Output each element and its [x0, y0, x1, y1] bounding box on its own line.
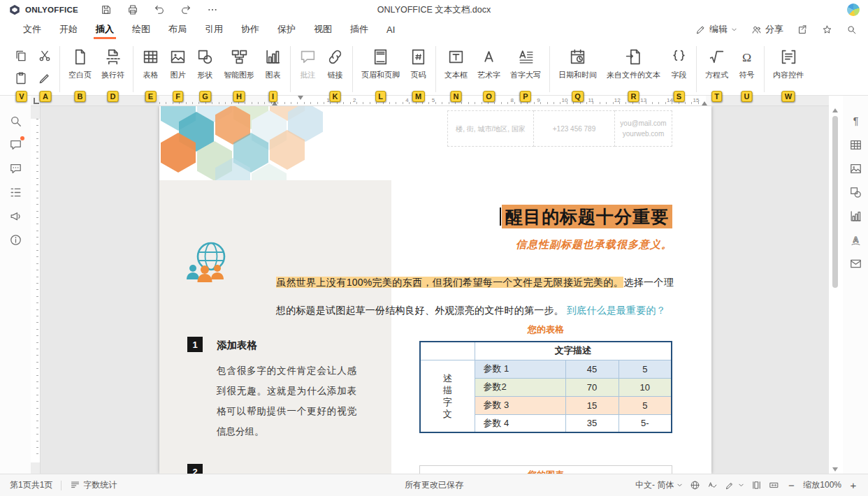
vertical-scrollbar[interactable] [830, 106, 840, 474]
section-body[interactable]: 包含很多字的文件肯定会让人感到很无趣。这就是为什么添加表格可以帮助提供一个更好的… [217, 360, 356, 442]
edit-mode-button[interactable]: 编辑 [695, 23, 737, 36]
tab-引用[interactable]: 引用 [204, 20, 224, 39]
table-vertical-header[interactable]: 述描字文 [420, 360, 475, 432]
copy-button[interactable] [14, 49, 28, 63]
table-cell[interactable]: 参数2 [475, 378, 565, 396]
content-control-button[interactable]: 内容控件W [768, 39, 809, 80]
section-number[interactable]: 1 [187, 337, 203, 352]
fit-page-icon[interactable] [751, 480, 762, 490]
contact-phone[interactable]: +123 456 789 [553, 124, 595, 134]
zoom-out-button[interactable]: − [786, 479, 796, 491]
dropcap-button[interactable]: 首字大写P [505, 39, 546, 80]
field-button[interactable]: 字段S [665, 39, 693, 80]
contact-website[interactable]: yourweb.com [623, 129, 664, 139]
tab-插件[interactable]: 插件 [349, 20, 369, 39]
feedback-button[interactable] [7, 207, 24, 225]
chat-button[interactable] [7, 160, 24, 177]
highlighted-sentence[interactable]: 虽然世界上没有100%完美的东西，但我们希望每一个文件是无限接近完美的。 [276, 277, 623, 288]
textart-settings-button[interactable]: A [847, 231, 865, 249]
table-cell[interactable]: 5- [619, 414, 672, 432]
fit-width-icon[interactable] [769, 480, 779, 490]
table-corner-cell[interactable] [420, 342, 475, 360]
scroll-up-arrow[interactable] [832, 108, 838, 112]
tab-保护[interactable]: 保护 [277, 20, 296, 39]
table-header-cell[interactable]: 文字描述 [475, 342, 672, 360]
page-break-button[interactable]: 换行符D [96, 39, 129, 80]
text-from-file-button[interactable]: 来自文件的文本R [602, 39, 665, 80]
about-button[interactable] [7, 231, 24, 249]
equation-button[interactable]: 方程式T [700, 39, 733, 80]
contact-email[interactable]: you@mail.com [620, 118, 666, 129]
scroll-down-arrow[interactable] [832, 467, 838, 472]
document-page[interactable]: 楼, 街, 城市/地区, 国家 +123 456 789 you@mail.co… [159, 106, 711, 474]
copystyle-button[interactable] [38, 71, 52, 85]
spellcheck-icon[interactable] [707, 480, 718, 490]
table-cell[interactable]: 5 [619, 360, 672, 378]
comments-button[interactable] [7, 136, 24, 154]
table-cell[interactable]: 参数 1 [475, 360, 565, 378]
undo-icon[interactable] [154, 4, 165, 15]
document-language-icon[interactable] [690, 480, 700, 490]
chart-settings-button[interactable] [847, 207, 865, 225]
tab-绘图[interactable]: 绘图 [131, 20, 151, 39]
paragraph-settings-button[interactable]: ¶ [847, 112, 865, 130]
user-avatar[interactable] [847, 3, 860, 16]
contact-info-block[interactable]: 楼, 街, 城市/地区, 国家 +123 456 789 you@mail.co… [447, 110, 672, 147]
zoom-level[interactable]: 缩放100% [803, 479, 841, 491]
tab-视图[interactable]: 视图 [313, 20, 333, 39]
tab-协作[interactable]: 协作 [240, 20, 260, 39]
paste-button[interactable] [14, 71, 28, 85]
textbox-button[interactable]: 文本框N [440, 39, 472, 80]
more-actions-icon[interactable] [207, 4, 218, 15]
table-cell[interactable]: 参数 4 [475, 414, 565, 432]
page-number-button[interactable]: 页码M [405, 39, 432, 80]
right-indent-marker[interactable] [702, 101, 707, 105]
document-table[interactable]: 文字描述述描字文参数 1455参数27010参数 3155参数 4355- [419, 341, 672, 433]
tab-布局[interactable]: 布局 [168, 20, 187, 39]
language-selector[interactable]: 中文- 简体 [635, 479, 683, 491]
tab-开始[interactable]: 开始 [59, 20, 78, 39]
next-section-box[interactable]: 您的图表 [419, 465, 672, 474]
blank-page-button[interactable]: 空白页B [64, 39, 96, 80]
header-footer-button[interactable]: 页眉和页脚L [356, 39, 405, 80]
contact-cell[interactable]: you@mail.com yourweb.com [615, 110, 672, 147]
table-title[interactable]: 您的表格 [419, 323, 672, 336]
section-number[interactable]: 2 [187, 464, 203, 474]
scrollbar-thumb[interactable] [832, 116, 838, 288]
redo-icon[interactable] [180, 4, 191, 15]
tab-文件[interactable]: 文件 [22, 20, 42, 39]
comment-button[interactable]: 批注 [294, 39, 321, 80]
section-title[interactable]: 添加表格 [217, 339, 257, 352]
table-cell[interactable]: 参数 3 [475, 396, 565, 414]
smartart-button[interactable]: 智能图形H [219, 39, 259, 80]
search-icon[interactable] [846, 24, 857, 35]
share-button[interactable]: 分享 [751, 23, 783, 36]
table-cell[interactable]: 15 [565, 396, 619, 414]
first-line-indent-marker[interactable] [298, 96, 303, 100]
search-button[interactable] [7, 112, 24, 130]
document-heading-block[interactable]: 醒目的标题十分重要 信息性副标题也承载很多意义。 [500, 205, 672, 251]
table-cell[interactable]: 45 [565, 360, 619, 378]
wordart-button[interactable]: 艺术字O [472, 39, 505, 80]
open-file-location-icon[interactable] [797, 24, 808, 35]
document-subtitle[interactable]: 信息性副标题也承载很多意义。 [500, 238, 672, 251]
cut-button[interactable] [38, 49, 52, 63]
table-settings-button[interactable] [847, 136, 865, 154]
mailmerge-button[interactable] [847, 255, 865, 272]
datetime-button[interactable]: 日期和时间Q [554, 39, 602, 80]
tab-AI[interactable]: AI [386, 20, 396, 39]
zoom-in-button[interactable]: + [848, 479, 858, 491]
paragraph-link-text[interactable]: 到底什么是最重要的？ [567, 305, 666, 316]
image-settings-button[interactable] [847, 160, 865, 177]
table-cell[interactable]: 35 [565, 414, 619, 432]
contact-cell[interactable]: +123 456 789 [534, 110, 615, 147]
shapes-button[interactable]: 形状G [191, 39, 219, 80]
document-canvas[interactable]: 楼, 街, 城市/地区, 国家 +123 456 789 you@mail.co… [41, 106, 829, 474]
table-cell[interactable]: 10 [619, 378, 672, 396]
word-count-button[interactable]: 字数统计 [70, 479, 117, 491]
contact-address[interactable]: 楼, 街, 城市/地区, 国家 [456, 124, 525, 134]
heading-text[interactable]: 醒目的标题十分重要 [502, 205, 672, 228]
track-changes-button[interactable] [725, 480, 744, 490]
page-indicator[interactable]: 第1页共1页 [10, 479, 52, 491]
vertical-ruler[interactable] [31, 106, 41, 474]
